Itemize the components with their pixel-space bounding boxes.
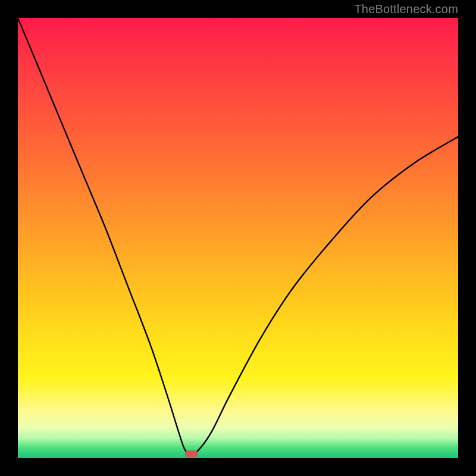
watermark-text: TheBottleneck.com (354, 2, 458, 16)
optimal-point-marker (185, 450, 198, 458)
chart-frame: TheBottleneck.com (0, 0, 476, 476)
plot-area (18, 18, 458, 458)
curve-layer (18, 18, 458, 458)
bottleneck-curve (18, 18, 458, 453)
